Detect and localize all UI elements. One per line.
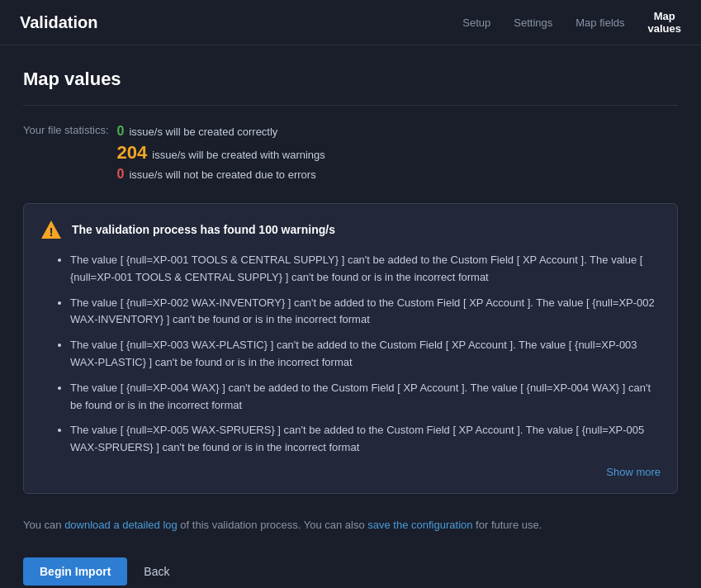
stat-text-warnings: issue/s will be created with warnings	[152, 149, 325, 161]
back-button[interactable]: Back	[144, 565, 169, 578]
nav-map-values[interactable]: Mapvalues	[648, 10, 681, 35]
download-log-link[interactable]: download a detailed log	[64, 519, 178, 531]
warning-header: ! The validation process has found 100 w…	[40, 219, 661, 240]
footer-text-between: of this validation process. You can also	[178, 519, 368, 531]
app-header: Validation Setup Settings Map fields Map…	[0, 0, 701, 45]
main-content: Map values Your file statistics: 0 issue…	[0, 45, 701, 588]
stat-row-warnings: 204 issue/s will be created with warning…	[117, 142, 325, 164]
stats-label: Your file statistics:	[23, 124, 109, 136]
stat-text-errors: issue/s will not be created due to error…	[129, 168, 315, 181]
stats-inline: Your file statistics: 0 issue/s will be …	[23, 124, 678, 185]
svg-text:!: !	[50, 225, 54, 239]
stat-text-correct: issue/s will be created correctly	[129, 126, 277, 138]
show-more-link[interactable]: Show more	[606, 466, 661, 478]
footer-text-after: for future use.	[472, 519, 542, 531]
warning-box: ! The validation process has found 100 w…	[23, 203, 678, 494]
nav-map-fields[interactable]: Map fields	[575, 17, 624, 29]
list-item: The value [ {null=XP-004 WAX} ] can't be…	[70, 380, 661, 415]
save-config-link[interactable]: save the configuration	[367, 519, 472, 531]
nav-setup[interactable]: Setup	[462, 17, 490, 29]
stat-number-correct: 0	[117, 124, 125, 139]
action-buttons: Begin Import Back	[23, 557, 678, 586]
list-item: The value [ {null=XP-002 WAX-INVENTORY} …	[70, 295, 661, 330]
page-title: Map values	[23, 69, 678, 90]
footer-text-before-link1: You can	[23, 519, 64, 531]
stats-rows: 0 issue/s will be created correctly 204 …	[117, 124, 325, 185]
top-nav: Setup Settings Map fields Mapvalues	[462, 10, 681, 35]
stat-number-errors: 0	[117, 167, 125, 182]
show-more-row: Show more	[40, 465, 661, 478]
warning-title: The validation process has found 100 war…	[72, 223, 335, 236]
warning-icon: !	[40, 219, 62, 240]
stat-row-errors: 0 issue/s will not be created due to err…	[117, 167, 325, 182]
nav-settings[interactable]: Settings	[514, 17, 552, 29]
list-item: The value [ {null=XP-005 WAX-SPRUERS} ] …	[70, 422, 661, 457]
stat-row-correct: 0 issue/s will be created correctly	[117, 124, 325, 139]
list-item: The value [ {null=XP-003 WAX-PLASTIC} ] …	[70, 337, 661, 372]
divider	[23, 105, 678, 106]
app-title: Validation	[20, 13, 97, 32]
begin-import-button[interactable]: Begin Import	[23, 557, 127, 586]
footer-text: You can download a detailed log of this …	[23, 517, 678, 534]
stats-section: Your file statistics: 0 issue/s will be …	[23, 124, 678, 185]
list-item: The value [ {null=XP-001 TOOLS & CENTRAL…	[70, 252, 661, 287]
stat-number-warnings: 204	[117, 142, 148, 164]
warning-list: The value [ {null=XP-001 TOOLS & CENTRAL…	[40, 252, 661, 457]
